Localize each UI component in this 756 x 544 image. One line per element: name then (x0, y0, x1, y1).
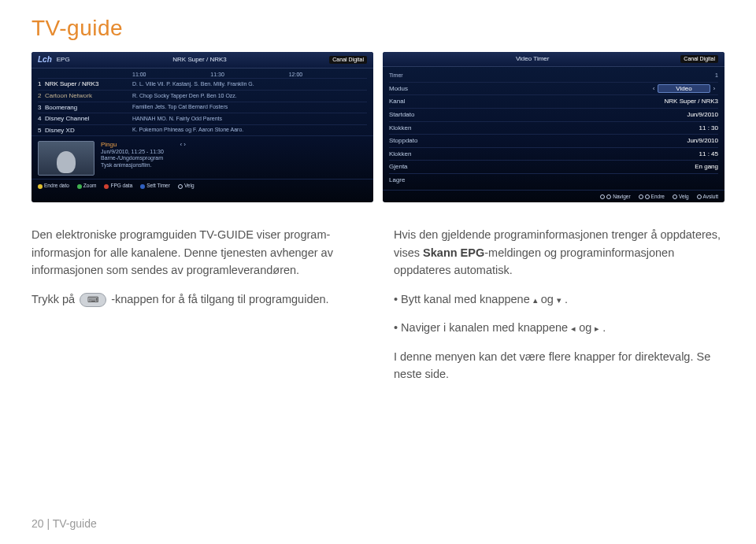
bullet: • Bytt kanal med knappene ▴ og ▾ . (394, 291, 724, 308)
epg-title: EPG (57, 56, 70, 64)
timecol: 12:00 (289, 72, 367, 78)
preview-title: Pingu (101, 141, 117, 148)
footer-item[interactable]: Endre dato (38, 183, 69, 189)
epg-header: Lch EPG NRK Super / NRK3 Canal Digital (32, 52, 373, 68)
timer-screenshot: Video Timer Canal Digital Timer 1 Modus … (383, 52, 724, 202)
page-footer: 20 | TV-guide (32, 517, 97, 530)
timer-row[interactable]: StartdatoJun/9/2010 (389, 108, 718, 121)
preview-category: Barne-/Ungdomsprogram (101, 155, 367, 161)
timer-row[interactable]: StoppdatoJun/9/2010 (389, 134, 718, 147)
timer-sub-right: 1 (715, 72, 718, 79)
timer-row[interactable]: Klokken11 : 30 (389, 121, 718, 135)
brand-badge: Canal Digital (329, 56, 367, 64)
preview-desc: Tysk animasjonsfilm. (101, 162, 367, 168)
screenshots-row: Lch EPG NRK Super / NRK3 Canal Digital 1… (32, 52, 724, 202)
timer-row[interactable]: KanalNRK Super / NRK3 (389, 94, 718, 108)
epg-subheader: NRK Super / NRK3 (172, 56, 226, 64)
footer-item[interactable]: FPG data (104, 183, 132, 189)
left-column: Den elektroniske programguiden TV-GUIDE … (32, 226, 362, 394)
body-columns: Den elektroniske programguiden TV-GUIDE … (32, 226, 724, 394)
epg-preview: Pingu ‹ › Jun/9/2010, 11:25 - 11:30 Barn… (32, 135, 373, 179)
paragraph: Hvis den gjeldende programinformasjonen … (394, 226, 724, 279)
preview-thumb (38, 141, 94, 176)
footer-item[interactable]: Sett Timer (140, 183, 170, 189)
timer-sub-left: Timer (389, 72, 403, 79)
epg-row[interactable]: 2 Cartoon Network R. Chop Socky Tapper D… (38, 90, 367, 102)
epg-time-header: 11:00 11:30 12:00 (32, 72, 373, 78)
timer-row[interactable]: Lagre (389, 173, 718, 187)
brand-badge: Canal Digital (680, 55, 718, 63)
timer-title: Video Timer (516, 55, 550, 63)
paragraph: I denne menyen kan det være flere knappe… (394, 348, 724, 383)
footer-item[interactable]: Avslutt (697, 194, 718, 200)
epg-row[interactable]: 5 Disney XD K. Pokemon Phineas og F. Aar… (38, 124, 367, 136)
footer-item[interactable]: Zoom (77, 183, 97, 189)
bullet: • Naviger i kanalen med knappene ◂ og ▸ … (394, 319, 724, 336)
right-column: Hvis den gjeldende programinformasjonen … (394, 226, 724, 394)
guide-button-icon: ⌨ (80, 293, 106, 307)
paragraph: Den elektroniske programguiden TV-GUIDE … (32, 226, 362, 279)
timecol: 11:00 (132, 72, 210, 78)
timer-footer: Naviger Endre Velg Avslutt (383, 190, 724, 203)
page-title: TV-guide (32, 16, 724, 41)
timecol: 11:30 (210, 72, 288, 78)
epg-screenshot: Lch EPG NRK Super / NRK3 Canal Digital 1… (32, 52, 373, 202)
footer-item[interactable]: Naviger (600, 194, 630, 200)
timer-header: Video Timer Canal Digital (383, 52, 724, 67)
epg-row[interactable]: 1 NRK Super / NRK3 D. L. Ville Vil. P. K… (38, 78, 367, 90)
timer-row[interactable]: Klokken11 : 45 (389, 147, 718, 161)
epg-footer: Endre dato Zoom FPG data Sett Timer Velg (32, 179, 373, 192)
footer-item[interactable]: Velg (673, 194, 689, 200)
timer-row[interactable]: Modus ‹Video› (389, 82, 718, 95)
epg-row[interactable]: 3 Boomerang Familien Jets. Top Cat Berna… (38, 102, 367, 113)
epg-row[interactable]: 4 Disney Channel HANNAH MO. N. Fairly Od… (38, 113, 367, 124)
timer-row[interactable]: GjentaEn gang (389, 160, 718, 173)
preview-time: Jun/9/2010, 11:25 - 11:30 (101, 149, 367, 155)
epg-logo: Lch (38, 55, 52, 65)
footer-item[interactable]: Velg (178, 183, 195, 189)
epg-grid: 1 NRK Super / NRK3 D. L. Ville Vil. P. K… (32, 78, 373, 135)
footer-item[interactable]: Endre (639, 194, 665, 200)
paragraph: Trykk på ⌨ -knappen for å få tilgang til… (32, 291, 362, 308)
